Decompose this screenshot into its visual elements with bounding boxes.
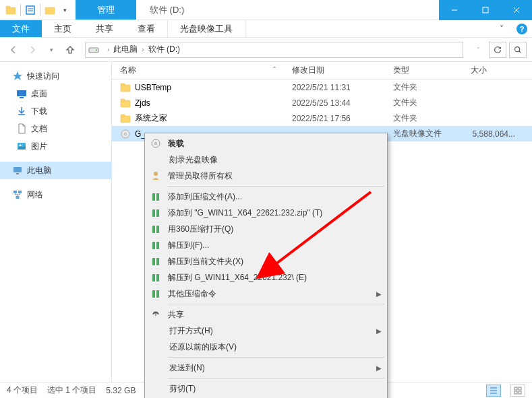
svg-rect-19 bbox=[16, 173, 19, 174]
cm-open-360[interactable]: 用360压缩打开(Q) bbox=[146, 221, 386, 237]
sidebar-documents[interactable]: 文档 bbox=[0, 120, 111, 137]
ribbon: 文件 主页 共享 查看 光盘映像工具 ˅ ? bbox=[0, 20, 532, 38]
submenu-arrow-icon: ▶ bbox=[376, 364, 382, 372]
column-type[interactable]: 类型 bbox=[385, 62, 463, 79]
cm-add-zip[interactable]: 添加到 "G_WIN11_X64_22621.232.zip" (T) bbox=[146, 205, 386, 221]
ribbon-tab-home[interactable]: 主页 bbox=[42, 20, 84, 37]
view-details-button[interactable] bbox=[486, 385, 501, 397]
ribbon-tab-file[interactable]: 文件 bbox=[0, 20, 42, 37]
cm-add-archive[interactable]: 添加到压缩文件(A)... bbox=[146, 189, 386, 205]
maximize-button[interactable] bbox=[470, 0, 501, 20]
svg-rect-43 bbox=[155, 258, 156, 265]
star-icon bbox=[12, 71, 23, 81]
chevron-right-icon[interactable]: › bbox=[142, 46, 144, 53]
refresh-button[interactable] bbox=[489, 42, 506, 58]
svg-rect-5 bbox=[45, 7, 55, 14]
status-item-count: 4 个项目 bbox=[7, 385, 38, 396]
view-icons-button[interactable] bbox=[510, 385, 525, 397]
archive-icon bbox=[149, 190, 162, 203]
close-button[interactable] bbox=[501, 0, 532, 20]
sidebar-label: 文档 bbox=[31, 123, 47, 135]
svg-rect-18 bbox=[13, 167, 22, 172]
cm-mount[interactable]: 装载 bbox=[146, 135, 386, 152]
cm-extract-named[interactable]: 解压到 G_WIN11_X64_22621.232\ (E) bbox=[146, 269, 386, 286]
cm-cut[interactable]: 剪切(T) bbox=[146, 380, 386, 397]
spacer bbox=[245, 20, 492, 37]
svg-line-13 bbox=[519, 51, 521, 53]
file-row[interactable]: USBTemp 2022/5/21 11:31 文件夹 bbox=[112, 79, 532, 95]
column-date[interactable]: 修改日期 bbox=[284, 62, 385, 79]
search-button[interactable] bbox=[509, 42, 527, 58]
column-name[interactable]: 名称ˆ bbox=[112, 62, 284, 79]
download-icon bbox=[16, 106, 27, 117]
svg-rect-39 bbox=[155, 226, 156, 233]
help-button[interactable]: ? bbox=[512, 20, 532, 37]
sidebar-network[interactable]: 网络 bbox=[0, 186, 111, 203]
sidebar-this-pc[interactable]: 此电脑 bbox=[0, 162, 111, 179]
separator bbox=[168, 357, 384, 358]
svg-rect-37 bbox=[155, 209, 156, 217]
cm-send-to[interactable]: 发送到(N)▶ bbox=[146, 360, 386, 376]
sidebar-downloads[interactable]: 下载 bbox=[0, 102, 111, 120]
svg-rect-21 bbox=[18, 191, 22, 193]
cm-share[interactable]: 共享 bbox=[146, 306, 386, 323]
window-title: 软件 (D:) bbox=[136, 0, 439, 20]
sidebar-label: 桌面 bbox=[31, 88, 47, 100]
up-button[interactable] bbox=[62, 42, 78, 58]
file-size bbox=[463, 110, 523, 126]
chevron-right-icon[interactable]: › bbox=[107, 46, 109, 53]
svg-point-11 bbox=[96, 49, 97, 51]
cm-other-zip[interactable]: 其他压缩命令▶ bbox=[146, 286, 386, 302]
address-dropdown-icon[interactable]: ˅ bbox=[470, 42, 486, 58]
ribbon-tab-disc-tools[interactable]: 光盘映像工具 bbox=[167, 20, 245, 37]
svg-rect-45 bbox=[155, 274, 156, 281]
qat-dropdown-icon[interactable]: ▾ bbox=[59, 5, 70, 15]
separator bbox=[20, 4, 21, 16]
cm-extract-here[interactable]: 解压到当前文件夹(X) bbox=[146, 253, 386, 269]
svg-rect-28 bbox=[121, 114, 125, 117]
sidebar-label: 图片 bbox=[31, 141, 47, 152]
file-type: 文件夹 bbox=[385, 79, 463, 95]
file-row[interactable]: 系统之家 2022/5/21 17:56 文件夹 bbox=[112, 110, 532, 126]
file-date: 2022/5/25 13:44 bbox=[284, 95, 385, 110]
recent-dropdown-icon[interactable]: ▾ bbox=[43, 42, 59, 58]
svg-point-32 bbox=[155, 143, 157, 145]
pictures-icon bbox=[16, 141, 27, 152]
file-size bbox=[463, 79, 523, 95]
svg-rect-25 bbox=[121, 100, 130, 107]
status-selected: 选中 1 个项目 bbox=[47, 385, 96, 396]
navigation-bar: ▾ › 此电脑 › 软件 (D:) ˅ bbox=[0, 38, 532, 62]
cm-burn[interactable]: 刻录光盘映像 bbox=[146, 152, 386, 168]
cm-extract-to[interactable]: 解压到(F)... bbox=[146, 237, 386, 253]
new-folder-icon[interactable] bbox=[45, 5, 55, 15]
file-type: 光盘映像文件 bbox=[385, 126, 463, 141]
sidebar-desktop[interactable]: 桌面 bbox=[0, 85, 111, 102]
ribbon-tab-view[interactable]: 查看 bbox=[125, 20, 167, 37]
file-row[interactable]: Zjds 2022/5/25 13:44 文件夹 bbox=[112, 95, 532, 110]
address-bar[interactable]: › 此电脑 › 软件 (D:) bbox=[85, 42, 463, 58]
properties-icon[interactable] bbox=[25, 5, 36, 15]
minimize-button[interactable] bbox=[439, 0, 470, 20]
cm-restore[interactable]: 还原以前的版本(V) bbox=[146, 339, 386, 355]
file-name: USBTemp bbox=[135, 83, 171, 92]
sidebar-quick-access[interactable]: 快速访问 bbox=[0, 67, 111, 85]
iso-icon bbox=[120, 129, 131, 139]
breadcrumb-root[interactable]: 此电脑 bbox=[113, 44, 138, 55]
network-icon bbox=[12, 189, 23, 200]
context-menu: 装载 刻录光盘映像 管理员取得所有权 添加到压缩文件(A)... 添加到 "G_… bbox=[144, 133, 388, 398]
navigation-pane: 快速访问 桌面 下载 文档 图片 此电脑 网络 bbox=[0, 62, 112, 382]
column-headers: 名称ˆ 修改日期 类型 大小 bbox=[112, 62, 532, 79]
sidebar-pictures[interactable]: 图片 bbox=[0, 137, 111, 155]
back-button[interactable] bbox=[5, 42, 22, 58]
forward-button[interactable] bbox=[24, 42, 40, 58]
breadcrumb-current[interactable]: 软件 (D:) bbox=[148, 44, 180, 55]
column-size[interactable]: 大小 bbox=[463, 62, 523, 79]
file-type: 文件夹 bbox=[385, 110, 463, 126]
file-date: 2022/5/21 17:56 bbox=[284, 110, 385, 126]
svg-rect-55 bbox=[519, 391, 521, 394]
cm-open-with[interactable]: 打开方式(H)▶ bbox=[146, 323, 386, 339]
cm-admin-own[interactable]: 管理员取得所有权 bbox=[146, 168, 386, 184]
quick-access-toolbar: ▾ bbox=[0, 0, 76, 20]
ribbon-tab-share[interactable]: 共享 bbox=[84, 20, 125, 37]
ribbon-collapse-icon[interactable]: ˅ bbox=[492, 20, 512, 37]
